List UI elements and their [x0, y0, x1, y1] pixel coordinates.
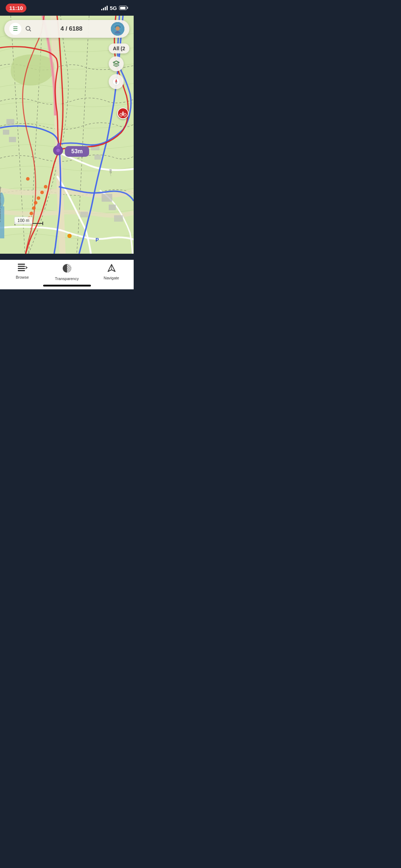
signal-icon	[101, 5, 108, 10]
svg-point-35	[115, 26, 120, 31]
layers-icon	[112, 60, 120, 68]
search-bar: ☰ 4 / 6188	[4, 20, 129, 38]
status-right: 5G	[101, 5, 128, 11]
svg-point-19	[67, 234, 72, 238]
svg-point-16	[30, 212, 33, 215]
transparency-label: Transparency	[55, 277, 79, 281]
svg-point-15	[32, 206, 36, 210]
transparency-icon	[62, 263, 72, 275]
map-controls: All (2	[109, 43, 129, 89]
scale-value: 100 m	[14, 217, 32, 224]
map-view[interactable]: P Ro... 53m ☰ 4 / 6188	[0, 16, 134, 254]
compass-button[interactable]	[109, 74, 124, 89]
svg-point-13	[37, 196, 40, 200]
svg-point-12	[40, 191, 44, 194]
browse-tab[interactable]: Browse	[0, 263, 45, 279]
browse-icon	[17, 263, 28, 274]
navigate-label: Navigate	[104, 276, 119, 280]
filter-icon: ☰	[13, 26, 18, 32]
result-count: 4 / 6188	[36, 25, 107, 32]
svg-rect-43	[18, 266, 25, 267]
svg-point-18	[26, 177, 30, 181]
transparency-tab[interactable]: Transparency	[45, 263, 89, 281]
user-avatar[interactable]	[111, 22, 124, 36]
map-attribution: © Sources | OpenStreetMap	[0, 187, 1, 222]
svg-rect-45	[18, 270, 25, 271]
svg-rect-42	[18, 264, 25, 265]
svg-rect-2	[3, 130, 9, 135]
svg-rect-3	[9, 137, 16, 142]
svg-rect-6	[102, 194, 112, 202]
filter-button[interactable]: ☰	[9, 23, 21, 35]
svg-point-11	[44, 185, 47, 188]
svg-point-14	[34, 201, 37, 205]
browse-label: Browse	[16, 275, 29, 279]
cyclist-marker[interactable]	[117, 108, 129, 119]
home-indicator	[43, 285, 91, 286]
svg-point-27	[56, 149, 60, 152]
status-bar: 11:10 5G	[0, 0, 134, 16]
svg-rect-1	[6, 119, 14, 125]
svg-rect-8	[114, 215, 123, 222]
battery-icon	[119, 6, 128, 10]
svg-rect-9	[80, 212, 88, 217]
navigate-tab[interactable]: Navigate	[89, 263, 134, 280]
status-time: 11:10	[6, 4, 26, 12]
navigate-icon	[107, 263, 117, 274]
scale-bar: 100 m	[14, 217, 32, 224]
all-filter-badge[interactable]: All (2	[109, 43, 129, 53]
network-type: 5G	[110, 5, 117, 11]
svg-rect-5	[94, 155, 101, 160]
svg-rect-7	[109, 205, 116, 210]
svg-text:P: P	[96, 237, 99, 243]
search-icon	[25, 25, 32, 32]
svg-rect-44	[18, 268, 25, 269]
svg-text:53m: 53m	[71, 148, 83, 154]
layers-button[interactable]	[109, 56, 124, 71]
